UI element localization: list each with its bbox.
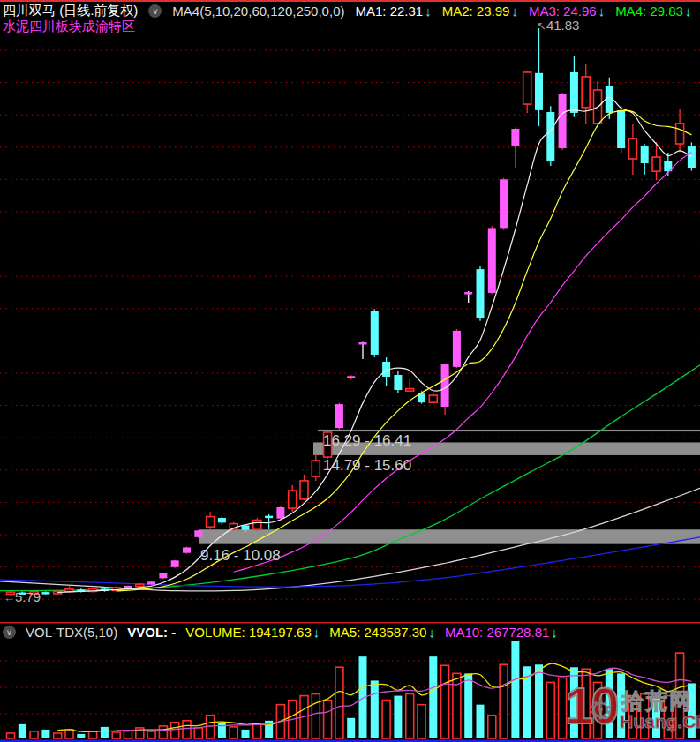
high-price-annotation: ↖41.83 [537,18,579,33]
low-price-annotation: ←5.79 [4,589,41,604]
volume-value: VOLUME: 194197.63↓ [185,625,320,640]
main-chart-header: 四川双马 (日线.前复权) ∨ MA4(5,10,20,60,120,250,0… [3,3,700,19]
chevron-down-icon[interactable]: ∨ [3,626,16,639]
top-border-line [0,0,700,2]
gap-band-label-2: 14.79 - 15.60 [323,457,411,475]
gap-band-label-1: 16.29 - 16.41 [323,432,411,450]
sector-subtitle: 水泥四川板块成渝特区 [3,19,135,35]
chevron-down-icon[interactable]: ∨ [148,4,162,18]
ma4-value: MA4: 29.83↓ [615,4,691,19]
volume-ma10-value: MA10: 267728.81↓ [445,625,558,640]
ma2-value: MA2: 23.99↓ [442,4,518,19]
arrow-left-icon: ← [4,591,15,604]
trend-arrow-icon: ↓ [598,4,606,19]
trend-arrow-icon: ↓ [551,625,558,640]
vvol-value: VVOL: - [127,625,176,640]
ma3-value: MA3: 24.96↓ [529,4,605,19]
trend-arrow-icon: ↓ [313,625,320,640]
volume-panel-header: ∨ VOL-TDX(5,10) VVOL: - VOLUME: 194197.6… [3,625,558,640]
volume-indicator-params: VOL-TDX(5,10) [26,625,117,640]
stock-title: 四川双马 (日线.前复权) [3,3,138,19]
trend-arrow-icon: ↓ [425,4,432,19]
volume-ma5-value: MA5: 243587.30↓ [329,625,435,640]
watermark: 10 ⚙ 拾荒网 Huang.CN [565,686,699,736]
gap-band-label-3: 9.16 - 10.08 [200,547,281,565]
trend-arrow-icon: ↓ [428,625,435,640]
ma1-value: MA1: 22.31↓ [355,4,431,19]
watermark-site-url: Huang.CN [620,711,700,732]
ma-indicator-params: MA4(5,10,20,60,120,250,0,0) [172,4,344,19]
main-candlestick-chart[interactable] [0,0,700,622]
trend-arrow-icon: ↓ [685,4,692,19]
arrow-up-left-icon: ↖ [537,19,546,33]
gear-icon: ⚙ [589,694,613,725]
trend-arrow-icon: ↓ [511,4,518,19]
stock-chart-app: 四川双马 (日线.前复权) ∨ MA4(5,10,20,60,120,250,0… [0,0,700,742]
